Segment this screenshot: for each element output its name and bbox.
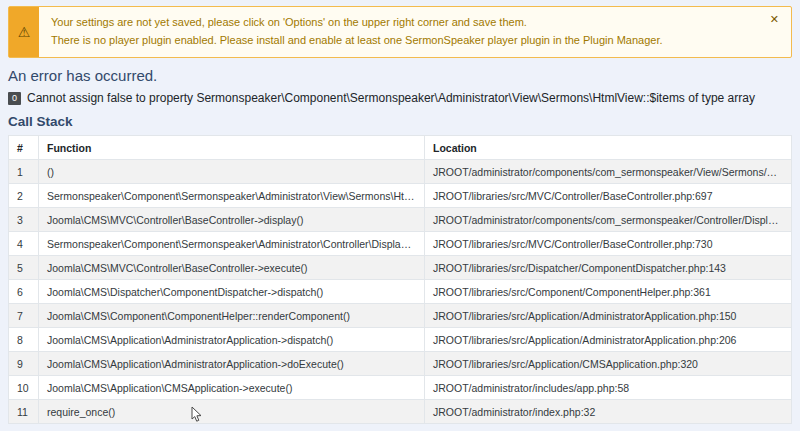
table-row: 3Joomla\CMS\MVC\Controller\BaseControlle…	[9, 208, 792, 232]
column-header-function: Function	[39, 136, 425, 160]
location-cell: JROOT/libraries/src/Dispatcher/Component…	[425, 256, 792, 280]
function-cell: Joomla\CMS\MVC\Controller\BaseController…	[39, 256, 425, 280]
row-number-cell: 9	[9, 352, 39, 376]
warning-alert: ⚠ Your settings are not yet saved, pleas…	[8, 6, 792, 58]
function-cell: ()	[39, 160, 425, 184]
location-cell: JROOT/libraries/src/Application/Administ…	[425, 304, 792, 328]
table-row: 5Joomla\CMS\MVC\Controller\BaseControlle…	[9, 256, 792, 280]
table-row: 7Joomla\CMS\Component\ComponentHelper::r…	[9, 304, 792, 328]
column-header-location: Location	[425, 136, 792, 160]
row-number-cell: 11	[9, 400, 39, 424]
location-cell: JROOT/libraries/src/MVC/Controller/BaseC…	[425, 232, 792, 256]
error-page: ⚠ Your settings are not yet saved, pleas…	[0, 0, 800, 431]
alert-message-plugin: There is no player plugin enabled. Pleas…	[51, 33, 763, 48]
location-cell: JROOT/administrator/includes/app.php:58	[425, 376, 792, 400]
table-row: 9Joomla\CMS\Application\AdministratorApp…	[9, 352, 792, 376]
function-cell: Sermonspeaker\Component\Sermonspeaker\Ad…	[39, 184, 425, 208]
table-header-row: # Function Location	[9, 136, 792, 160]
error-code-badge: 0	[8, 92, 21, 105]
error-message-text: Cannot assign false to property Sermonsp…	[27, 91, 755, 105]
table-row: 1()JROOT/administrator/components/com_se…	[9, 160, 792, 184]
row-number-cell: 7	[9, 304, 39, 328]
location-cell: JROOT/administrator/components/com_sermo…	[425, 160, 792, 184]
function-cell: Joomla\CMS\Component\ComponentHelper::re…	[39, 304, 425, 328]
function-cell: Joomla\CMS\Dispatcher\ComponentDispatche…	[39, 280, 425, 304]
function-cell: require_once()	[39, 400, 425, 424]
function-cell: Joomla\CMS\MVC\Controller\BaseController…	[39, 208, 425, 232]
close-icon[interactable]: ✕	[770, 14, 779, 25]
location-cell: JROOT/libraries/src/MVC/Controller/BaseC…	[425, 184, 792, 208]
table-row: 11require_once()JROOT/administrator/inde…	[9, 400, 792, 424]
row-number-cell: 5	[9, 256, 39, 280]
row-number-cell: 8	[9, 328, 39, 352]
location-cell: JROOT/libraries/src/Application/CMSAppli…	[425, 352, 792, 376]
location-cell: JROOT/administrator/components/com_sermo…	[425, 208, 792, 232]
table-row: 4Sermonspeaker\Component\Sermonspeaker\A…	[9, 232, 792, 256]
row-number-cell: 10	[9, 376, 39, 400]
location-cell: JROOT/administrator/index.php:32	[425, 400, 792, 424]
table-row: 2Sermonspeaker\Component\Sermonspeaker\A…	[9, 184, 792, 208]
row-number-cell: 2	[9, 184, 39, 208]
page-title: An error has occurred.	[8, 67, 792, 84]
table-row: 10Joomla\CMS\Application\CMSApplication-…	[9, 376, 792, 400]
column-header-number: #	[9, 136, 39, 160]
row-number-cell: 1	[9, 160, 39, 184]
callstack-title: Call Stack	[8, 114, 792, 129]
alert-message-settings: Your settings are not yet saved, please …	[51, 15, 763, 30]
location-cell: JROOT/libraries/src/Application/Administ…	[425, 328, 792, 352]
function-cell: Joomla\CMS\Application\AdministratorAppl…	[39, 328, 425, 352]
row-number-cell: 6	[9, 280, 39, 304]
location-cell: JROOT/libraries/src/Component/ComponentH…	[425, 280, 792, 304]
alert-icon-band: ⚠	[9, 7, 39, 57]
function-cell: Joomla\CMS\Application\CMSApplication->e…	[39, 376, 425, 400]
error-message-row: 0 Cannot assign false to property Sermon…	[8, 91, 792, 105]
table-row: 8Joomla\CMS\Application\AdministratorApp…	[9, 328, 792, 352]
table-row: 6Joomla\CMS\Dispatcher\ComponentDispatch…	[9, 280, 792, 304]
function-cell: Joomla\CMS\Application\AdministratorAppl…	[39, 352, 425, 376]
row-number-cell: 4	[9, 232, 39, 256]
warning-triangle-icon: ⚠	[18, 25, 31, 39]
alert-messages: Your settings are not yet saved, please …	[39, 7, 791, 57]
callstack-table: # Function Location 1()JROOT/administrat…	[8, 135, 792, 424]
row-number-cell: 3	[9, 208, 39, 232]
function-cell: Sermonspeaker\Component\Sermonspeaker\Ad…	[39, 232, 425, 256]
